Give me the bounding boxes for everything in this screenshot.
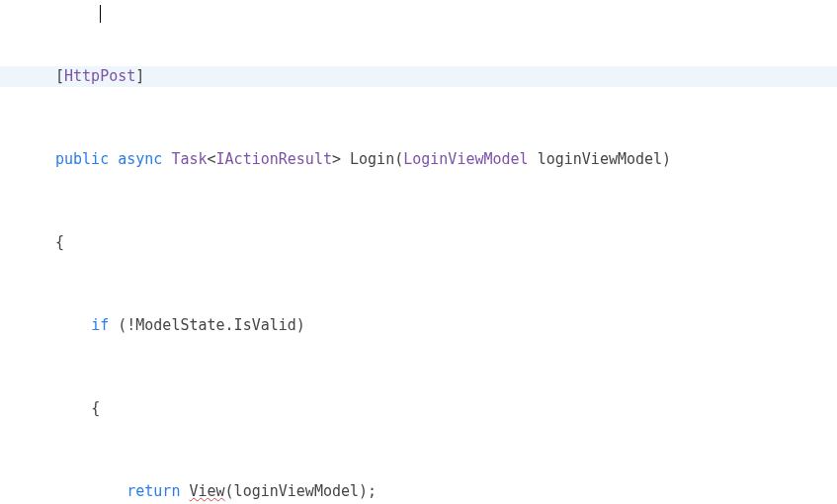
- attribute-name: HttpPost: [64, 67, 135, 85]
- args: (loginViewModel);: [225, 482, 377, 500]
- keyword: public: [55, 150, 109, 168]
- method-signature: Login(: [341, 150, 403, 168]
- code-line[interactable]: {: [0, 232, 837, 253]
- type: IActionResult: [216, 150, 332, 168]
- keyword: if: [91, 316, 109, 334]
- code-line[interactable]: if (!ModelState.IsValid): [0, 315, 837, 336]
- punct: ]: [135, 67, 144, 85]
- code-line[interactable]: public async Task<IActionResult> Login(L…: [0, 149, 837, 170]
- type: Task: [171, 150, 207, 168]
- keyword: async: [118, 150, 162, 168]
- keyword: return: [126, 482, 180, 500]
- method-call: View: [189, 482, 224, 500]
- brace: {: [55, 233, 64, 251]
- code-line[interactable]: {: [0, 398, 837, 419]
- punct: >: [332, 150, 341, 168]
- code-line[interactable]: [HttpPost]: [0, 66, 837, 87]
- code-editor[interactable]: [HttpPost] public async Task<IActionResu…: [0, 0, 837, 504]
- param-name: loginViewModel): [529, 150, 672, 168]
- punct: <: [208, 150, 216, 168]
- brace: {: [91, 399, 100, 417]
- punct: [: [55, 67, 64, 85]
- condition: (!ModelState.IsValid): [109, 316, 305, 334]
- code-line[interactable]: return View(loginViewModel);: [0, 481, 837, 502]
- type: LoginViewModel: [403, 150, 528, 168]
- text-caret: [100, 5, 101, 23]
